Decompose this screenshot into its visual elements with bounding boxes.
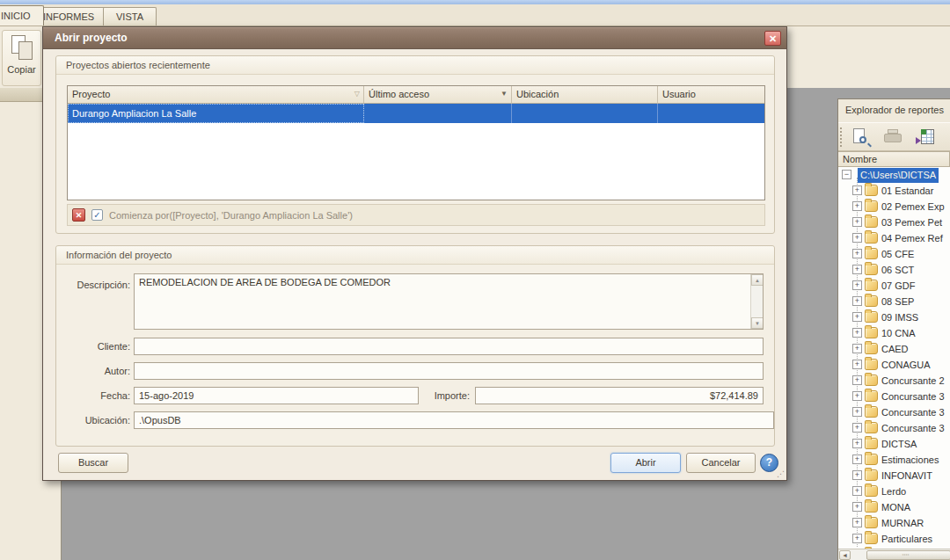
tree-node-label[interactable]: Concursante 3 (881, 389, 945, 404)
tree-node-label[interactable]: Concursante 3 (881, 405, 945, 420)
preview-report-button[interactable] (849, 127, 873, 149)
tree-node-label[interactable]: 06 SCT (881, 263, 914, 278)
tree-node-label[interactable]: MONA (881, 500, 910, 515)
tree-node-label[interactable]: 04 Pemex Ref (881, 231, 943, 246)
descripcion-scrollbar[interactable]: ▲ ▼ (750, 274, 763, 329)
tree-node-label[interactable]: 01 Estandar (881, 184, 933, 199)
column-header-proyecto[interactable]: Proyecto ▽ (68, 86, 364, 104)
expand-icon[interactable]: + (852, 407, 862, 417)
expand-icon[interactable]: + (852, 470, 862, 480)
column-header-ubicacion[interactable]: Ubicación (512, 86, 658, 104)
tree-node: + Concursante 2 (838, 373, 950, 389)
tree-node-label[interactable]: 07 GDF (881, 279, 916, 294)
expand-icon[interactable]: + (852, 265, 862, 274)
expand-icon[interactable]: + (852, 233, 862, 243)
excel-sheet-icon (921, 129, 934, 144)
descripcion-field[interactable]: REMODELACION DE AREA DE BODEGA DE COMEDO… (134, 273, 764, 330)
cancelar-button[interactable]: Cancelar (686, 453, 756, 473)
expand-icon[interactable]: + (852, 518, 862, 527)
copy-button[interactable]: Copiar (2, 30, 41, 86)
folder-icon (865, 280, 878, 291)
cell-proyecto[interactable]: Durango Ampliacion La Salle (68, 104, 364, 123)
tree-node-label[interactable]: Particulares (881, 532, 932, 547)
expand-icon[interactable]: + (852, 391, 862, 401)
tree-node-label[interactable]: INFONAVIT (881, 469, 932, 484)
cliente-label: Cliente: (58, 338, 130, 355)
tree-node-label[interactable]: 09 IMSS (881, 310, 918, 325)
dialog-title: Abrir proyecto (43, 27, 128, 44)
clear-filter-button[interactable]: ✕ (72, 208, 85, 222)
autor-field[interactable] (134, 362, 764, 380)
buscar-button[interactable]: Buscar (58, 453, 128, 473)
dialog-titlebar[interactable]: Abrir proyecto ✕ (43, 27, 786, 49)
tree-node-label[interactable]: CONAGUA (881, 358, 931, 373)
help-button[interactable]: ? (760, 454, 778, 472)
cell-usuario[interactable] (658, 104, 764, 123)
expand-icon[interactable]: + (852, 185, 862, 195)
column-header-usuario[interactable]: Usuario (658, 86, 764, 104)
report-toolbar (838, 122, 950, 151)
tree-node-label[interactable]: Estimaciones (881, 453, 939, 468)
tree-node-label[interactable]: CAED (881, 342, 909, 357)
export-excel-button[interactable] (914, 127, 939, 149)
ubicacion-field[interactable]: .\OpusDB (134, 411, 774, 429)
close-icon[interactable]: ✕ (764, 31, 781, 46)
print-report-button[interactable] (881, 127, 905, 149)
expand-icon[interactable]: + (852, 328, 862, 338)
tree-node: + CONAGUA (838, 357, 950, 373)
tree-node: + 05 CFE (838, 246, 950, 262)
resize-grip[interactable]: ⋰ (777, 470, 786, 479)
tree-node-label[interactable]: Lerdo (881, 484, 906, 499)
recent-projects-table: Proyecto ▽ Último acceso ▼ Ubicación Usu… (67, 85, 765, 200)
tree-node-label[interactable]: 05 CFE (881, 247, 914, 262)
expand-icon[interactable]: + (852, 201, 862, 211)
importe-field[interactable]: $72,414.89 (475, 387, 764, 404)
tree-node-label[interactable]: 02 Pemex Exp (881, 200, 945, 215)
table-header-row: Proyecto ▽ Último acceso ▼ Ubicación Usu… (68, 86, 764, 104)
expand-icon[interactable]: + (852, 344, 862, 353)
abrir-button[interactable]: Abrir (610, 453, 681, 473)
column-header-ultimo-acceso[interactable]: Último acceso ▼ (364, 86, 512, 104)
scroll-down-icon[interactable]: ▼ (751, 317, 764, 329)
expand-icon[interactable]: + (852, 312, 862, 322)
cell-ubicacion[interactable] (512, 104, 658, 123)
expand-icon[interactable]: + (852, 360, 862, 369)
cliente-field[interactable] (134, 338, 764, 355)
filter-icon[interactable]: ▽ (354, 90, 360, 98)
filter-expression: Comienza por([Proyecto], 'Durango Amplia… (109, 210, 353, 221)
expand-icon[interactable]: + (852, 249, 862, 258)
tree-node-label[interactable]: 03 Pemex Pet (881, 215, 942, 230)
tree-root-node[interactable]: C:\Users\DICTSA (858, 168, 939, 183)
tree-node-label[interactable]: Concursante 2 (881, 374, 945, 389)
expand-icon[interactable]: + (852, 296, 862, 306)
tree-column-header[interactable]: Nombre (838, 151, 950, 167)
tab-inicio[interactable]: INICIO (0, 5, 44, 25)
scroll-left-button[interactable]: ◄ (839, 550, 851, 560)
collapse-icon[interactable]: − (842, 170, 851, 179)
table-row[interactable]: Durango Ampliacion La Salle (68, 104, 764, 123)
expand-icon[interactable]: + (852, 280, 862, 290)
tab-vista[interactable]: VISTA (103, 7, 157, 25)
cell-ultimo-acceso[interactable] (364, 104, 512, 123)
tree-node-label[interactable]: 10 CNA (881, 326, 916, 341)
tree-node-label[interactable]: MURNAR (881, 516, 924, 531)
horizontal-scrollbar[interactable]: ◄ (838, 549, 950, 560)
expand-icon[interactable]: + (852, 375, 862, 385)
fecha-field[interactable]: 15-ago-2019 (134, 387, 419, 404)
ribbon-group-footer (0, 88, 42, 102)
expand-icon[interactable]: + (852, 534, 862, 543)
scrollbar-thumb[interactable] (866, 550, 950, 560)
toolbar-grip[interactable] (840, 127, 844, 147)
expand-icon[interactable]: + (852, 502, 862, 512)
filter-checkbox[interactable]: ✓ (91, 209, 103, 221)
tree-node-label[interactable]: DICTSA (881, 437, 917, 452)
expand-icon[interactable]: + (852, 423, 862, 433)
tree-node-label[interactable]: Concursante 3 (881, 421, 945, 436)
expand-icon[interactable]: + (852, 217, 862, 227)
expand-icon[interactable]: + (852, 455, 862, 464)
scroll-up-icon[interactable]: ▲ (751, 274, 764, 286)
sort-dropdown-icon[interactable]: ▼ (501, 90, 508, 98)
expand-icon[interactable]: + (852, 439, 862, 448)
tree-node-label[interactable]: 08 SEP (881, 295, 914, 309)
expand-icon[interactable]: + (852, 486, 862, 496)
